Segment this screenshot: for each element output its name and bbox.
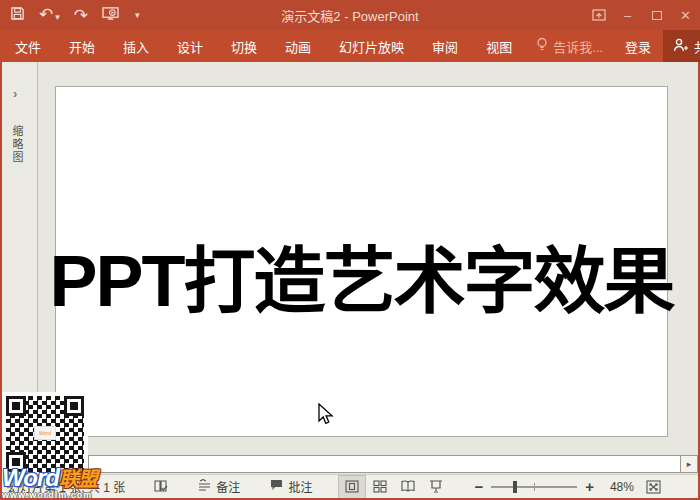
zoom-in-button[interactable]: + <box>579 478 600 495</box>
maximize-icon <box>652 11 662 20</box>
redo-button[interactable]: ↷ <box>74 7 88 24</box>
notes-toggle[interactable]: 备注 <box>198 478 240 495</box>
save-icon[interactable] <box>10 6 25 24</box>
sign-in-button[interactable]: 登录 <box>613 37 663 56</box>
reading-view-button[interactable] <box>394 475 422 499</box>
watermark-brand-cn: 联盟 <box>59 468 97 490</box>
thumbnail-pane-label: 缩略图 <box>9 125 25 164</box>
undo-icon: ↶ <box>39 5 53 24</box>
window-border-left <box>0 62 2 500</box>
qr-center-logo: Word <box>34 426 56 440</box>
title-bar: ↶▾ ↷ ▾ 演示文稿2 - PowerPoint – ✕ <box>0 0 700 30</box>
slide-title-text[interactable]: PPT打造艺术字效果 <box>49 222 673 327</box>
tell-me-box[interactable]: 告诉我... <box>526 37 613 56</box>
zoom-slider[interactable] <box>491 486 577 488</box>
zoom-out-button[interactable]: − <box>468 478 489 495</box>
slide-sorter-view-button[interactable] <box>366 475 394 499</box>
comments-toggle[interactable]: 批注 <box>270 478 312 495</box>
tab-insert[interactable]: 插入 <box>109 30 163 62</box>
tab-review[interactable]: 审阅 <box>418 30 472 62</box>
tab-view[interactable]: 视图 <box>472 30 526 62</box>
zoom-slider-thumb[interactable] <box>513 481 517 493</box>
zoom-controls: − + <box>468 478 600 495</box>
undo-dropdown-icon[interactable]: ▾ <box>55 12 60 22</box>
spellcheck-icon[interactable] <box>153 479 168 494</box>
lightbulb-icon <box>536 37 548 55</box>
tab-slideshow[interactable]: 幻灯片放映 <box>325 30 418 62</box>
slideshow-view-button[interactable] <box>422 475 450 499</box>
share-button[interactable]: 共享 <box>663 30 700 62</box>
tab-transitions[interactable]: 切换 <box>217 30 271 62</box>
view-buttons <box>338 475 450 499</box>
watermark-brand: Word <box>2 464 59 491</box>
notes-label: 备注 <box>216 478 240 495</box>
customize-qat-icon[interactable]: ▾ <box>135 10 140 20</box>
scrollbar-thumb[interactable] <box>88 455 681 473</box>
ribbon-display-options-icon[interactable] <box>584 0 613 30</box>
qr-pattern: Word <box>6 396 84 472</box>
tab-home[interactable]: 开始 <box>55 30 109 62</box>
zoom-slider-tick <box>534 483 535 491</box>
tell-me-label: 告诉我... <box>553 37 603 56</box>
ribbon-tab-row: 文件 开始 插入 设计 切换 动画 幻灯片放映 审阅 视图 告诉我... 登录 … <box>0 30 700 62</box>
scrollbar-right-arrow-icon[interactable]: ▸ <box>681 455 698 473</box>
minimize-button[interactable]: – <box>613 0 642 30</box>
slide-canvas[interactable]: PPT打造艺术字效果 <box>55 86 668 437</box>
comments-label: 批注 <box>288 478 312 495</box>
close-button[interactable]: ✕ <box>671 0 700 30</box>
comment-icon <box>270 479 283 494</box>
expand-pane-chevron-icon[interactable]: › <box>13 86 17 101</box>
mouse-cursor-icon <box>318 403 336 431</box>
qr-finder-icon <box>6 396 26 416</box>
tab-design[interactable]: 设计 <box>163 30 217 62</box>
share-label: 共享 <box>694 37 700 56</box>
normal-view-button[interactable] <box>338 475 366 499</box>
status-bar: 幻灯片第 1 张, 共 1 张 备注 批注 − + 48% <box>0 474 700 498</box>
undo-button[interactable]: ↶▾ <box>39 6 60 24</box>
notes-icon <box>198 479 211 494</box>
maximize-button[interactable] <box>642 0 671 30</box>
share-person-icon <box>673 38 688 55</box>
quick-access-toolbar: ↶▾ ↷ ▾ <box>0 6 140 24</box>
fit-slide-to-window-button[interactable] <box>646 480 661 494</box>
tab-animations[interactable]: 动画 <box>271 30 325 62</box>
horizontal-scrollbar[interactable]: ▸ <box>88 455 698 473</box>
watermark-logo: Word联盟 www.wordlm.com <box>2 466 97 500</box>
tab-file[interactable]: 文件 <box>0 30 55 62</box>
qr-finder-icon <box>64 396 84 416</box>
window-controls: – ✕ <box>584 0 700 30</box>
start-slideshow-icon[interactable] <box>102 6 119 24</box>
zoom-percentage[interactable]: 48% <box>610 480 634 494</box>
